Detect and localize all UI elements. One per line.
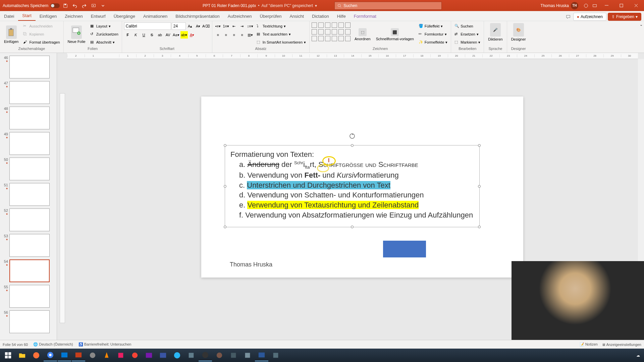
new-slide-button[interactable]: Neue Folie bbox=[66, 22, 88, 47]
dictate-button[interactable]: 🎤Diktieren bbox=[486, 22, 504, 42]
shape-fill-button[interactable]: 🪣Fülleffekt▾ bbox=[417, 22, 449, 30]
thumbnail-preview[interactable] bbox=[9, 56, 50, 78]
text-direction-button[interactable]: ⤵Textrichtung▾ bbox=[255, 22, 307, 30]
align-text-button[interactable]: ▤Text ausrichten▾ bbox=[255, 31, 307, 38]
onenote-icon[interactable] bbox=[142, 349, 156, 361]
change-case-button[interactable]: Aa▾ bbox=[172, 31, 180, 39]
system-tray[interactable]: ☁ bbox=[636, 353, 643, 358]
shapes-gallery[interactable] bbox=[312, 22, 351, 47]
save-icon[interactable] bbox=[62, 2, 69, 9]
quick-styles-button[interactable]: ⬛Schnellformat-vorlagen bbox=[374, 22, 416, 47]
taskbar-app-icon[interactable] bbox=[269, 349, 282, 361]
tab-formformat[interactable]: Formformat bbox=[350, 12, 380, 21]
resize-handle[interactable] bbox=[478, 226, 481, 228]
taskbar-app-icon[interactable] bbox=[114, 349, 127, 361]
shape-effects-button[interactable]: ✨Formeffekte▾ bbox=[417, 39, 449, 46]
firefox-icon[interactable] bbox=[30, 349, 43, 361]
maximize-button[interactable] bbox=[614, 0, 628, 11]
thumbnail-preview[interactable] bbox=[9, 132, 50, 155]
outlook-icon[interactable] bbox=[58, 349, 71, 361]
increase-indent-button[interactable]: ⇥ bbox=[238, 22, 246, 30]
smartart-button[interactable]: ⬚In SmartArt konvertieren▾ bbox=[255, 39, 307, 46]
clear-format-icon[interactable]: A⌫ bbox=[203, 22, 210, 30]
tab-start[interactable]: Start bbox=[18, 11, 35, 21]
coming-soon-icon[interactable] bbox=[582, 2, 590, 9]
thumbnail-item[interactable]: 55★ bbox=[0, 284, 57, 309]
taskbar-app-icon[interactable] bbox=[184, 349, 198, 361]
align-left-button[interactable]: ≡ bbox=[214, 31, 222, 39]
bold-button[interactable]: F bbox=[124, 31, 131, 39]
font-size-select[interactable] bbox=[172, 22, 186, 30]
resize-handle[interactable] bbox=[224, 185, 226, 188]
search-box[interactable] bbox=[334, 2, 442, 10]
obs-icon[interactable] bbox=[199, 349, 212, 361]
shape-outline-button[interactable]: ✏Formkontur▾ bbox=[417, 31, 449, 38]
columns-button[interactable]: ▥▾ bbox=[247, 31, 254, 39]
layout-button[interactable]: ▦Layout▾ bbox=[89, 22, 120, 30]
tab-uebergaenge[interactable]: Übergänge bbox=[110, 12, 139, 21]
decrease-font-icon[interactable]: A▾ bbox=[195, 22, 202, 30]
replace-button[interactable]: ⇄Ersetzen▾ bbox=[453, 31, 482, 38]
tab-datei[interactable]: Datei bbox=[0, 12, 18, 21]
ribbon-display-icon[interactable] bbox=[591, 2, 598, 9]
visio-icon[interactable] bbox=[156, 349, 170, 361]
tab-ansicht[interactable]: Ansicht bbox=[285, 12, 308, 21]
arrange-button[interactable]: ⬚Anordnen bbox=[353, 22, 373, 47]
search-input[interactable] bbox=[343, 3, 439, 8]
taskbar-app-icon[interactable] bbox=[227, 349, 240, 361]
strike-button[interactable]: S bbox=[148, 31, 156, 39]
taskbar-app-icon[interactable] bbox=[213, 349, 226, 361]
word-icon[interactable] bbox=[255, 349, 268, 361]
tab-hilfe[interactable]: Hilfe bbox=[333, 12, 350, 21]
tab-einfuegen[interactable]: Einfügen bbox=[36, 12, 61, 21]
textbox[interactable]: Formatierung von Texten: a. Änderung der… bbox=[225, 145, 480, 227]
thumbnail-item[interactable]: 48★ bbox=[0, 105, 57, 131]
slide-thumbnail-panel[interactable]: 46★47★48★49★50★51★52★53★54★55★56★ bbox=[0, 53, 57, 340]
char-spacing-button[interactable]: AV bbox=[164, 31, 172, 39]
undo-icon[interactable] bbox=[71, 2, 78, 9]
font-name-select[interactable] bbox=[124, 22, 171, 30]
collapse-ribbon-icon[interactable]: ⌄ bbox=[638, 21, 644, 53]
tab-ueberpruefen[interactable]: Überprüfen bbox=[256, 12, 285, 21]
justify-button[interactable]: ≡ bbox=[238, 31, 246, 39]
align-right-button[interactable]: ≡ bbox=[230, 31, 238, 39]
thumbnail-preview[interactable] bbox=[9, 158, 50, 180]
taskbar-app-icon[interactable] bbox=[128, 349, 142, 361]
start-button[interactable] bbox=[1, 349, 15, 361]
thumbnail-item[interactable]: 50★ bbox=[0, 156, 57, 182]
thumbnail-item[interactable]: 49★ bbox=[0, 131, 57, 156]
user-account[interactable]: Thomas Hruska TH bbox=[538, 2, 581, 9]
autosave-switch[interactable] bbox=[50, 3, 60, 8]
resize-handle[interactable] bbox=[224, 226, 226, 228]
shadow-button[interactable]: ab bbox=[156, 31, 164, 39]
slide-counter[interactable]: Folie 54 von 60 bbox=[3, 343, 28, 347]
underline-button[interactable]: U bbox=[140, 31, 148, 39]
language-indicator[interactable]: 🌐 Deutsch (Österreich) bbox=[33, 342, 73, 347]
font-color-button[interactable]: A▾ bbox=[189, 31, 196, 39]
display-settings-button[interactable]: 🖥 Anzeigeeinstellungen bbox=[602, 343, 641, 347]
thumbnail-item[interactable]: 51★ bbox=[0, 182, 57, 207]
tab-entwurf[interactable]: Entwurf bbox=[87, 12, 110, 21]
format-painter-button[interactable]: 🖌Format übertragen bbox=[22, 39, 61, 46]
tray-icon[interactable]: ☁ bbox=[636, 353, 640, 358]
thumbnail-preview[interactable] bbox=[9, 183, 50, 206]
select-button[interactable]: ⬚Markieren▾ bbox=[453, 39, 482, 46]
tab-bildschirmpraesentation[interactable]: Bildschirmpräsentation bbox=[171, 12, 224, 21]
resize-handle[interactable] bbox=[351, 144, 354, 147]
align-center-button[interactable]: ≡ bbox=[222, 31, 230, 39]
thumbnail-preview[interactable] bbox=[9, 208, 50, 231]
start-from-beginning-icon[interactable] bbox=[90, 2, 97, 9]
decrease-indent-button[interactable]: ⇤ bbox=[230, 22, 238, 30]
telegram-icon[interactable] bbox=[170, 349, 184, 361]
thumbnail-preview[interactable] bbox=[9, 107, 50, 129]
close-button[interactable] bbox=[629, 0, 643, 11]
resize-handle[interactable] bbox=[478, 185, 481, 188]
designer-button[interactable]: 🎨Designer bbox=[509, 22, 528, 42]
rotate-handle-icon[interactable] bbox=[349, 133, 356, 141]
increase-font-icon[interactable]: A▴ bbox=[186, 22, 194, 30]
textbox-content[interactable]: Formatierung von Texten: a. Änderung der… bbox=[225, 145, 479, 224]
thumbnail-preview[interactable] bbox=[9, 234, 50, 257]
thumbnail-preview[interactable] bbox=[9, 259, 50, 282]
share-button[interactable]: ⇪Freigeben▾ bbox=[608, 13, 641, 21]
record-button[interactable]: ●Aufzeichnen bbox=[573, 13, 606, 21]
